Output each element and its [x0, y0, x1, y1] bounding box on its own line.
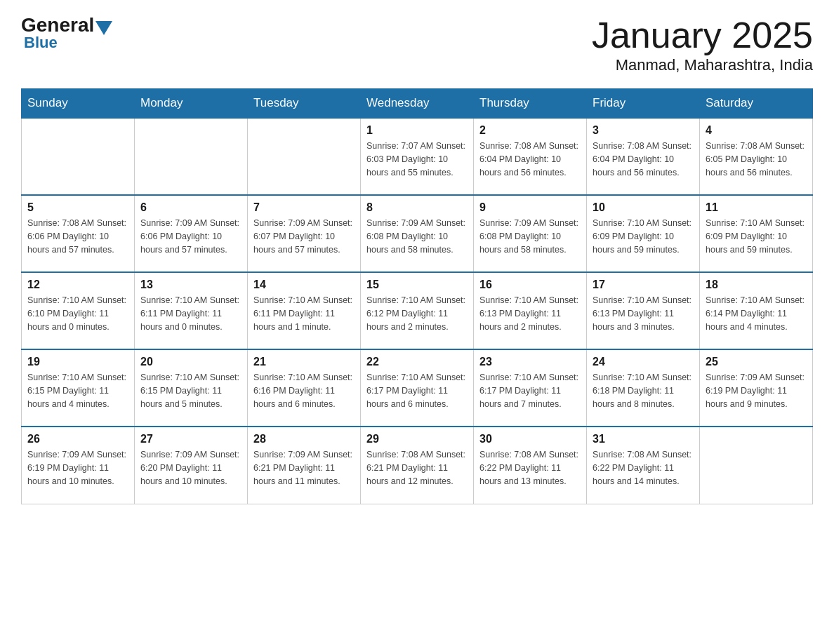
calendar-cell: 8Sunrise: 7:09 AM Sunset: 6:08 PM Daylig…	[361, 195, 474, 272]
day-info: Sunrise: 7:08 AM Sunset: 6:06 PM Dayligh…	[27, 217, 128, 256]
day-number: 26	[27, 433, 128, 445]
calendar-cell: 14Sunrise: 7:10 AM Sunset: 6:11 PM Dayli…	[248, 272, 361, 349]
calendar-cell	[22, 118, 135, 195]
day-info: Sunrise: 7:10 AM Sunset: 6:17 PM Dayligh…	[366, 371, 468, 410]
calendar-day-header: Sunday	[22, 89, 135, 119]
day-info: Sunrise: 7:10 AM Sunset: 6:16 PM Dayligh…	[253, 371, 355, 410]
page-header: General Blue January 2025 Manmad, Mahara…	[21, 14, 813, 74]
calendar-cell: 22Sunrise: 7:10 AM Sunset: 6:17 PM Dayli…	[361, 349, 474, 427]
day-number: 31	[593, 433, 694, 445]
calendar-cell: 13Sunrise: 7:10 AM Sunset: 6:11 PM Dayli…	[135, 272, 248, 349]
logo-blue: Blue	[24, 34, 58, 52]
day-info: Sunrise: 7:10 AM Sunset: 6:10 PM Dayligh…	[27, 294, 128, 333]
calendar-day-header: Saturday	[700, 89, 813, 119]
title-section: January 2025 Manmad, Maharashtra, India	[592, 14, 813, 74]
day-number: 9	[479, 201, 581, 214]
logo: General Blue	[21, 14, 114, 52]
day-number: 14	[253, 279, 355, 291]
day-info: Sunrise: 7:10 AM Sunset: 6:09 PM Dayligh…	[706, 217, 807, 256]
day-number: 13	[140, 279, 241, 291]
day-number: 18	[706, 279, 807, 291]
day-number: 25	[706, 356, 807, 368]
calendar-cell: 7Sunrise: 7:09 AM Sunset: 6:07 PM Daylig…	[248, 195, 361, 272]
day-number: 1	[366, 124, 468, 137]
calendar-cell: 9Sunrise: 7:09 AM Sunset: 6:08 PM Daylig…	[474, 195, 587, 272]
day-number: 10	[593, 201, 694, 214]
day-number: 3	[593, 124, 694, 137]
calendar-day-header: Thursday	[474, 89, 587, 119]
calendar-week-row: 19Sunrise: 7:10 AM Sunset: 6:15 PM Dayli…	[22, 349, 813, 427]
day-info: Sunrise: 7:09 AM Sunset: 6:21 PM Dayligh…	[253, 448, 355, 488]
day-number: 27	[140, 433, 241, 445]
calendar-cell: 21Sunrise: 7:10 AM Sunset: 6:16 PM Dayli…	[248, 349, 361, 427]
day-number: 2	[479, 124, 581, 137]
day-info: Sunrise: 7:10 AM Sunset: 6:12 PM Dayligh…	[366, 294, 468, 333]
calendar-cell: 20Sunrise: 7:10 AM Sunset: 6:15 PM Dayli…	[135, 349, 248, 427]
day-number: 6	[140, 201, 241, 214]
calendar-cell: 23Sunrise: 7:10 AM Sunset: 6:17 PM Dayli…	[474, 349, 587, 427]
logo-arrow-icon	[95, 21, 112, 35]
day-info: Sunrise: 7:07 AM Sunset: 6:03 PM Dayligh…	[366, 140, 468, 179]
day-number: 19	[27, 356, 128, 368]
day-number: 5	[27, 201, 128, 214]
day-number: 7	[253, 201, 355, 214]
day-info: Sunrise: 7:08 AM Sunset: 6:21 PM Dayligh…	[366, 448, 468, 488]
calendar-cell: 17Sunrise: 7:10 AM Sunset: 6:13 PM Dayli…	[587, 272, 700, 349]
day-info: Sunrise: 7:09 AM Sunset: 6:19 PM Dayligh…	[706, 371, 807, 410]
day-info: Sunrise: 7:10 AM Sunset: 6:14 PM Dayligh…	[706, 294, 807, 333]
calendar-week-row: 26Sunrise: 7:09 AM Sunset: 6:19 PM Dayli…	[22, 427, 813, 504]
calendar-cell: 16Sunrise: 7:10 AM Sunset: 6:13 PM Dayli…	[474, 272, 587, 349]
calendar-cell: 1Sunrise: 7:07 AM Sunset: 6:03 PM Daylig…	[361, 118, 474, 195]
calendar-cell: 31Sunrise: 7:08 AM Sunset: 6:22 PM Dayli…	[587, 427, 700, 504]
day-number: 11	[706, 201, 807, 214]
day-info: Sunrise: 7:10 AM Sunset: 6:17 PM Dayligh…	[479, 371, 581, 410]
calendar-cell: 11Sunrise: 7:10 AM Sunset: 6:09 PM Dayli…	[700, 195, 813, 272]
day-info: Sunrise: 7:08 AM Sunset: 6:22 PM Dayligh…	[479, 448, 581, 488]
day-info: Sunrise: 7:08 AM Sunset: 6:05 PM Dayligh…	[706, 140, 807, 179]
calendar-cell: 26Sunrise: 7:09 AM Sunset: 6:19 PM Dayli…	[22, 427, 135, 504]
day-info: Sunrise: 7:10 AM Sunset: 6:18 PM Dayligh…	[593, 371, 694, 410]
calendar-table: SundayMondayTuesdayWednesdayThursdayFrid…	[21, 88, 813, 504]
calendar-cell: 18Sunrise: 7:10 AM Sunset: 6:14 PM Dayli…	[700, 272, 813, 349]
day-info: Sunrise: 7:08 AM Sunset: 6:04 PM Dayligh…	[593, 140, 694, 179]
day-number: 22	[366, 356, 468, 368]
day-number: 12	[27, 279, 128, 291]
calendar-cell: 10Sunrise: 7:10 AM Sunset: 6:09 PM Dayli…	[587, 195, 700, 272]
calendar-cell: 30Sunrise: 7:08 AM Sunset: 6:22 PM Dayli…	[474, 427, 587, 504]
calendar-cell: 2Sunrise: 7:08 AM Sunset: 6:04 PM Daylig…	[474, 118, 587, 195]
calendar-cell: 25Sunrise: 7:09 AM Sunset: 6:19 PM Dayli…	[700, 349, 813, 427]
calendar-cell: 15Sunrise: 7:10 AM Sunset: 6:12 PM Dayli…	[361, 272, 474, 349]
day-number: 17	[593, 279, 694, 291]
calendar-cell: 27Sunrise: 7:09 AM Sunset: 6:20 PM Dayli…	[135, 427, 248, 504]
calendar-cell: 12Sunrise: 7:10 AM Sunset: 6:10 PM Dayli…	[22, 272, 135, 349]
day-number: 24	[593, 356, 694, 368]
day-info: Sunrise: 7:10 AM Sunset: 6:13 PM Dayligh…	[593, 294, 694, 333]
calendar-cell: 4Sunrise: 7:08 AM Sunset: 6:05 PM Daylig…	[700, 118, 813, 195]
day-number: 30	[479, 433, 581, 445]
day-number: 15	[366, 279, 468, 291]
day-number: 23	[479, 356, 581, 368]
day-number: 8	[366, 201, 468, 214]
calendar-cell: 6Sunrise: 7:09 AM Sunset: 6:06 PM Daylig…	[135, 195, 248, 272]
calendar-cell: 24Sunrise: 7:10 AM Sunset: 6:18 PM Dayli…	[587, 349, 700, 427]
day-info: Sunrise: 7:08 AM Sunset: 6:22 PM Dayligh…	[593, 448, 694, 488]
day-number: 4	[706, 124, 807, 137]
calendar-day-header: Monday	[135, 89, 248, 119]
page-title: January 2025	[592, 14, 813, 56]
day-info: Sunrise: 7:10 AM Sunset: 6:15 PM Dayligh…	[27, 371, 128, 410]
calendar-cell: 19Sunrise: 7:10 AM Sunset: 6:15 PM Dayli…	[22, 349, 135, 427]
day-info: Sunrise: 7:09 AM Sunset: 6:08 PM Dayligh…	[366, 217, 468, 256]
day-info: Sunrise: 7:10 AM Sunset: 6:09 PM Dayligh…	[593, 217, 694, 256]
calendar-cell	[248, 118, 361, 195]
calendar-header-row: SundayMondayTuesdayWednesdayThursdayFrid…	[22, 89, 813, 119]
calendar-cell: 5Sunrise: 7:08 AM Sunset: 6:06 PM Daylig…	[22, 195, 135, 272]
day-info: Sunrise: 7:10 AM Sunset: 6:13 PM Dayligh…	[479, 294, 581, 333]
day-info: Sunrise: 7:08 AM Sunset: 6:04 PM Dayligh…	[479, 140, 581, 179]
calendar-cell: 28Sunrise: 7:09 AM Sunset: 6:21 PM Dayli…	[248, 427, 361, 504]
calendar-week-row: 12Sunrise: 7:10 AM Sunset: 6:10 PM Dayli…	[22, 272, 813, 349]
day-info: Sunrise: 7:10 AM Sunset: 6:11 PM Dayligh…	[140, 294, 241, 333]
day-number: 16	[479, 279, 581, 291]
calendar-week-row: 1Sunrise: 7:07 AM Sunset: 6:03 PM Daylig…	[22, 118, 813, 195]
day-info: Sunrise: 7:09 AM Sunset: 6:19 PM Dayligh…	[27, 448, 128, 488]
location-subtitle: Manmad, Maharashtra, India	[592, 56, 813, 74]
